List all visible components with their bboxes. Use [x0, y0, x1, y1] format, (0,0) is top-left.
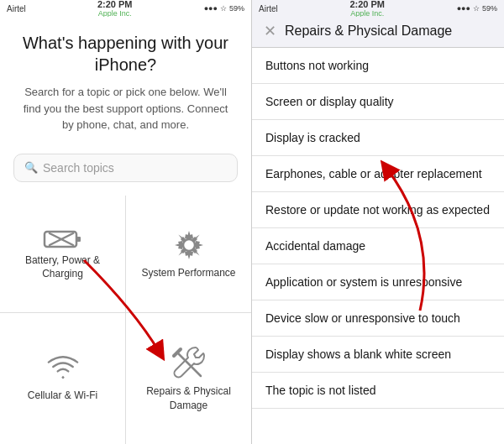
- topic-repairs-label: Repairs & Physical Damage: [134, 384, 243, 413]
- topics-grid: Battery, Power & Charging: [0, 196, 251, 445]
- svg-point-4: [183, 239, 195, 251]
- menu-item-blank-screen[interactable]: Display shows a blank white screen: [252, 337, 504, 373]
- left-carrier: Airtel: [7, 4, 26, 13]
- menu-list: Buttons not working Screen or display qu…: [252, 48, 504, 444]
- right-carrier: Airtel: [259, 4, 278, 13]
- right-title: Repairs & Physical Damage: [285, 24, 452, 39]
- repair-icon: [171, 344, 207, 384]
- menu-item-accidental[interactable]: Accidental damage: [252, 228, 504, 264]
- right-status-icons: ●●● ☆ 59%: [457, 4, 497, 13]
- left-title: What's happening with your iPhone?: [20, 32, 231, 76]
- topic-battery-label: Battery, Power & Charging: [8, 253, 117, 282]
- menu-item-buttons[interactable]: Buttons not working: [252, 48, 504, 84]
- close-button[interactable]: ✕: [264, 24, 276, 39]
- menu-item-earphones[interactable]: Earphones, cable or adapter replacement: [252, 156, 504, 192]
- right-time: 2:20 PM: [349, 0, 385, 9]
- left-time: 2:20 PM: [97, 0, 133, 9]
- menu-item-restore[interactable]: Restore or update not working as expecte…: [252, 192, 504, 228]
- topic-wifi-label: Cellular & Wi-Fi: [28, 389, 97, 403]
- svg-rect-1: [76, 237, 81, 242]
- menu-item-unresponsive[interactable]: Application or system is unresponsive: [252, 264, 504, 300]
- topic-battery[interactable]: Battery, Power & Charging: [0, 196, 125, 313]
- topic-wifi[interactable]: Cellular & Wi-Fi: [0, 313, 125, 444]
- left-status-icons: ●●● ☆ 59%: [204, 4, 244, 13]
- search-placeholder: Search topics: [43, 161, 114, 175]
- right-battery: 59%: [482, 4, 497, 13]
- left-subtitle: Search for a topic or pick one below. We…: [20, 84, 231, 133]
- search-icon: 🔍: [24, 161, 38, 174]
- menu-item-cracked[interactable]: Display is cracked: [252, 120, 504, 156]
- battery-icon: [43, 227, 83, 253]
- left-status-bar: Airtel 2:20 PM Apple Inc. ●●● ☆ 59%: [0, 0, 251, 17]
- topic-repairs[interactable]: Repairs & Physical Damage: [126, 313, 251, 444]
- left-battery: 59%: [229, 4, 244, 13]
- search-bar[interactable]: 🔍 Search topics: [13, 154, 238, 182]
- topic-system-label: System Performance: [141, 266, 235, 280]
- right-header: ✕ Repairs & Physical Damage: [252, 17, 504, 48]
- right-status-bar: Airtel 2:20 PM Apple Inc. ●●● ☆ 59%: [252, 0, 504, 17]
- left-header: What's happening with your iPhone? Searc…: [0, 17, 251, 144]
- menu-item-screen[interactable]: Screen or display quality: [252, 84, 504, 120]
- menu-item-slow[interactable]: Device slow or unresponsive to touch: [252, 300, 504, 337]
- gear-icon: [171, 227, 207, 266]
- wifi-icon: [47, 355, 79, 380]
- menu-item-not-listed[interactable]: The topic is not listed: [252, 373, 504, 409]
- topic-system[interactable]: System Performance: [126, 196, 251, 313]
